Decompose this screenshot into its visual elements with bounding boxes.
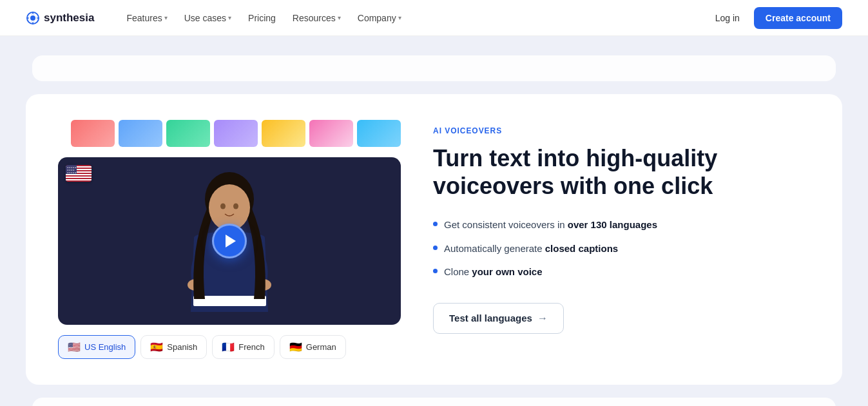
nav-item-company[interactable]: Company ▾ [351,9,408,27]
us-flag-emoji: 🇺🇸 [68,341,81,353]
bullet-list: Get consistent voiceovers in over 130 la… [433,218,810,280]
lang-tab-french[interactable]: 🇫🇷 French [212,335,274,359]
svg-point-16 [233,204,238,209]
chevron-down-icon: ▾ [228,14,231,21]
logo[interactable]: synthesia [26,11,94,25]
logo-icon [26,11,40,25]
video-thumbnails [71,120,401,147]
svg-point-15 [220,204,226,209]
play-button[interactable] [212,224,247,258]
lang-tab-spanish[interactable]: 🇪🇸 Spanish [140,335,207,359]
bullet-item-1: Get consistent voiceovers in over 130 la… [433,218,810,233]
lang-tab-spanish-label: Spanish [167,342,197,352]
lang-tab-german[interactable]: 🇩🇪 German [280,335,346,359]
video-section: ★★★★★ ★★★★ ★★★★★ [58,120,401,359]
french-flag-emoji: 🇫🇷 [222,341,235,353]
nav-right: Log in Create account [709,7,842,29]
test-all-languages-button[interactable]: Test all languages → [433,303,564,334]
nav-item-use-cases[interactable]: Use cases ▾ [178,9,238,27]
chevron-down-icon: ▾ [398,14,401,21]
play-icon [226,235,236,247]
bottom-card-hint [32,398,836,406]
thumbnail-6 [309,120,353,147]
create-account-button[interactable]: Create account [754,7,842,29]
lang-tab-french-label: French [238,342,264,352]
bullet-item-2: Automatically generate closed captions [433,242,810,256]
svg-point-1 [30,15,35,21]
thumbnail-7 [357,120,401,147]
lang-tab-us-english[interactable]: 🇺🇸 US English [58,335,135,359]
thumbnail-2 [119,120,162,147]
arrow-icon: → [537,313,548,324]
chevron-down-icon: ▾ [338,14,341,21]
thumbnail-5 [262,120,305,147]
bullet-item-3: Clone your own voice [433,265,810,280]
thumbnail-4 [214,120,258,147]
navbar: synthesia Features ▾ Use cases ▾ Pricing… [0,0,868,36]
page-background: ★★★★★ ★★★★ ★★★★★ [0,36,868,406]
top-card-hint [32,55,836,81]
spanish-flag-emoji: 🇪🇸 [150,341,163,353]
test-all-label: Test all languages [449,313,532,324]
german-flag-emoji: 🇩🇪 [289,341,302,353]
lang-tab-us-english-label: US English [84,342,126,352]
chevron-down-icon: ▾ [164,14,168,21]
video-player[interactable]: ★★★★★ ★★★★ ★★★★★ [58,157,401,325]
lang-tab-german-label: German [306,342,336,352]
thumbnail-1 [71,120,115,147]
bullet-dot-2 [433,246,438,250]
main-card: ★★★★★ ★★★★ ★★★★★ [26,94,842,385]
logo-text: synthesia [44,12,94,24]
nav-item-pricing[interactable]: Pricing [242,9,282,27]
main-heading: Turn text into high-quality voiceovers w… [433,144,810,200]
ai-badge: AI VOICEOVERS [433,126,810,135]
nav-links: Features ▾ Use cases ▾ Pricing Resources… [120,9,708,27]
bullet-dot-3 [433,269,438,273]
thumbnail-3 [166,120,210,147]
nav-item-resources[interactable]: Resources ▾ [286,9,347,27]
content-section: AI VOICEOVERS Turn text into high-qualit… [433,120,810,334]
bullet-dot-1 [433,222,438,226]
language-tabs: 🇺🇸 US English 🇪🇸 Spanish 🇫🇷 French 🇩🇪 Ge… [58,335,401,359]
nav-item-features[interactable]: Features ▾ [120,9,173,27]
login-button[interactable]: Log in [709,9,746,27]
